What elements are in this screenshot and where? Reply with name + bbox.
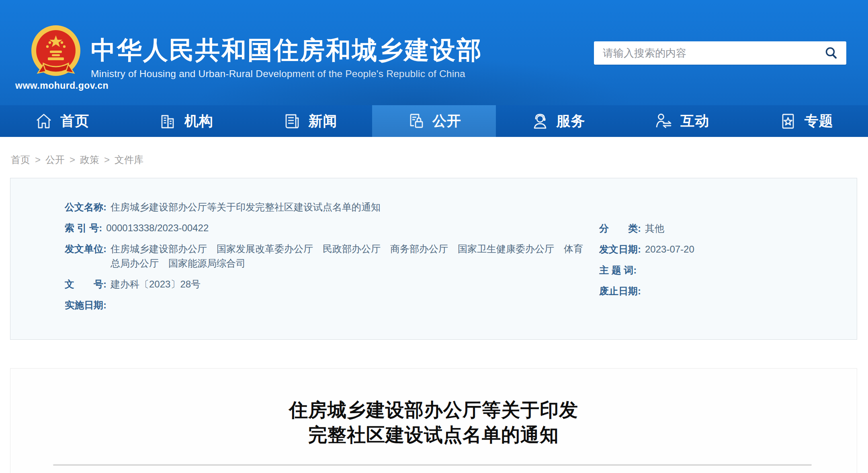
nav-item-org[interactable]: 机构 xyxy=(124,105,248,137)
interaction-icon xyxy=(655,112,673,130)
nav-item-label: 机构 xyxy=(184,112,213,130)
article-title-line2: 完整社区建设试点名单的通知 xyxy=(10,422,857,447)
search-button[interactable] xyxy=(823,45,839,61)
star-topic-icon xyxy=(779,112,797,130)
meta-row-effective-date: 实施日期: xyxy=(65,298,611,312)
open-document-icon xyxy=(407,112,425,130)
breadcrumb-item-home[interactable]: 首页 xyxy=(11,153,30,166)
main-nav: 首页 机构 新闻 xyxy=(0,105,868,137)
article-panel: 住房城乡建设部办公厅等关于印发 完整社区建设试点名单的通知 xyxy=(10,368,857,473)
breadcrumb-separator: > xyxy=(104,154,110,165)
meta-label: 主 题 词: xyxy=(599,263,637,277)
breadcrumb-item-library: 文件库 xyxy=(115,153,143,166)
meta-value: 000013338/2023-00422 xyxy=(106,221,209,235)
breadcrumb-item-policy[interactable]: 政策 xyxy=(80,153,99,166)
meta-label: 索 引 号: xyxy=(65,221,102,235)
search-input[interactable] xyxy=(603,47,823,59)
nav-item-topics[interactable]: 专题 xyxy=(744,105,868,137)
site-header: www.mohurd.gov.cn 中华人民共和国住房和城乡建设部 Minist… xyxy=(0,0,868,105)
home-icon xyxy=(35,112,53,130)
nav-item-label: 新闻 xyxy=(308,112,337,130)
nav-item-home[interactable]: 首页 xyxy=(0,105,124,137)
search-icon xyxy=(824,46,838,60)
meta-label: 公文名称: xyxy=(65,200,106,214)
nav-item-label: 公开 xyxy=(432,112,461,130)
breadcrumb-item-open[interactable]: 公开 xyxy=(45,153,65,166)
meta-row-doc-name: 公文名称: 住房城乡建设部办公厅等关于印发完整社区建设试点名单的通知 xyxy=(65,200,611,214)
nav-item-label: 首页 xyxy=(60,112,89,130)
building-icon xyxy=(159,112,177,130)
meta-left-column: 公文名称: 住房城乡建设部办公厅等关于印发完整社区建设试点名单的通知 索 引 号… xyxy=(65,200,611,319)
nav-item-label: 专题 xyxy=(805,112,833,130)
article-title: 住房城乡建设部办公厅等关于印发 完整社区建设试点名单的通知 xyxy=(10,398,857,447)
meta-value: 住房城乡建设部办公厅等关于印发完整社区建设试点名单的通知 xyxy=(111,200,381,214)
meta-value: 住房城乡建设部办公厅 国家发展改革委办公厅 民政部办公厅 商务部办公厅 国家卫生… xyxy=(111,242,589,271)
meta-row-issue-date: 发文日期: 2023-07-20 xyxy=(599,242,848,257)
nav-item-news[interactable]: 新闻 xyxy=(248,105,372,137)
meta-row-issuing-units: 发文单位: 住房城乡建设部办公厅 国家发展改革委办公厅 民政部办公厅 商务部办公… xyxy=(65,242,611,271)
meta-label: 废止日期: xyxy=(599,284,641,298)
nav-item-services[interactable]: 服务 xyxy=(496,105,620,137)
meta-right-column: 分 类: 其他 发文日期: 2023-07-20 主 题 词: 废止日期: xyxy=(599,221,848,305)
meta-row-doc-number: 文 号: 建办科〔2023〕28号 xyxy=(65,277,611,292)
meta-value: 其他 xyxy=(645,221,664,236)
search-box xyxy=(594,41,846,65)
site-title-block: 中华人民共和国住房和城乡建设部 Ministry of Housing and … xyxy=(91,37,483,80)
site-title-cn: 中华人民共和国住房和城乡建设部 xyxy=(91,37,483,63)
nav-item-label: 服务 xyxy=(557,112,585,130)
meta-value: 2023-07-20 xyxy=(645,242,694,257)
breadcrumb: 首页 > 公开 > 政策 > 文件库 xyxy=(11,153,143,166)
news-icon xyxy=(283,112,301,130)
service-agent-icon xyxy=(531,112,549,130)
article-title-line1: 住房城乡建设部办公厅等关于印发 xyxy=(10,398,857,422)
meta-row-index-number: 索 引 号: 000013338/2023-00422 xyxy=(65,221,611,235)
meta-label: 分 类: xyxy=(599,221,641,236)
page: www.mohurd.gov.cn 中华人民共和国住房和城乡建设部 Minist… xyxy=(0,0,868,473)
meta-row-repeal-date: 废止日期: xyxy=(599,284,848,298)
meta-label: 发文单位: xyxy=(65,242,106,256)
meta-label: 发文日期: xyxy=(599,242,641,257)
meta-value: 建办科〔2023〕28号 xyxy=(111,277,201,292)
breadcrumb-separator: > xyxy=(35,154,41,165)
nav-item-label: 互动 xyxy=(680,112,709,130)
meta-label: 文 号: xyxy=(65,277,106,292)
breadcrumb-separator: > xyxy=(70,154,75,165)
meta-label: 实施日期: xyxy=(65,298,106,312)
nav-item-open[interactable]: 公开 xyxy=(372,105,496,137)
meta-row-subject-words: 主 题 词: xyxy=(599,263,848,277)
national-emblem-logo[interactable] xyxy=(30,25,82,79)
site-url: www.mohurd.gov.cn xyxy=(15,80,108,91)
article-divider xyxy=(53,464,812,466)
document-meta-panel: 公文名称: 住房城乡建设部办公厅等关于印发完整社区建设试点名单的通知 索 引 号… xyxy=(10,178,857,340)
site-title-en: Ministry of Housing and Urban-Rural Deve… xyxy=(91,68,483,80)
nav-item-interaction[interactable]: 互动 xyxy=(620,105,744,137)
meta-row-category: 分 类: 其他 xyxy=(599,221,848,236)
